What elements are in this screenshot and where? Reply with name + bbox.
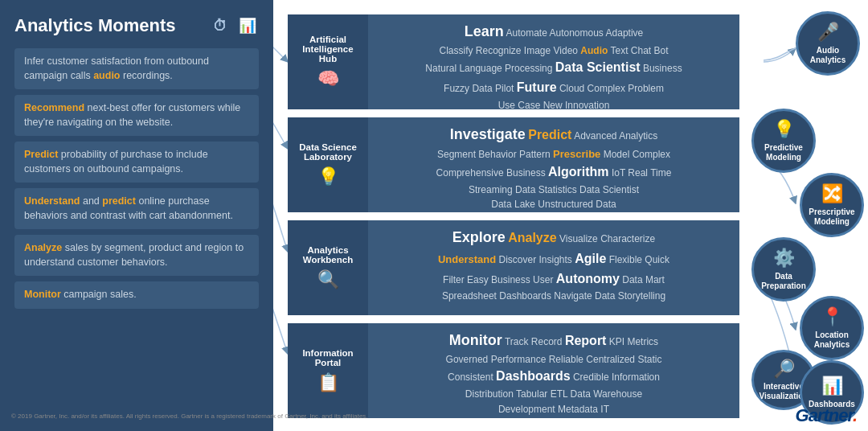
moment-item-2: Recommend next-best offer for customers … xyxy=(14,95,259,136)
moment-item-4: Understand and predict online purchase b… xyxy=(14,188,259,229)
hub-row-ip: Information Portal 📋 Monitor Track Recor… xyxy=(288,323,739,418)
hub-label-text-dsl: Data Science Laboratory xyxy=(293,142,363,162)
footer: © 2019 Gartner, Inc. and/or its affiliat… xyxy=(0,405,868,426)
hub-label-text-aw: Analytics Workbench xyxy=(293,245,363,265)
node-data-preparation: ⚙️ DataPreparation xyxy=(751,237,816,302)
moment-item-5: Analyze sales by segment, product and re… xyxy=(14,235,259,276)
moment-item-3: Predict probability of purchase to inclu… xyxy=(14,142,259,183)
hub-title-dsl: Investigate xyxy=(450,126,526,142)
hub-content-aw: Explore Analyze Visualize Characterize U… xyxy=(368,220,739,315)
hub-label-text-ai: Artificial Intelligence Hub xyxy=(293,35,363,64)
pin-icon: 📍 xyxy=(821,306,843,327)
gear-icon: ⚙️ xyxy=(773,248,795,269)
hub-title-ai: Learn xyxy=(465,23,504,39)
hub-label-ai: Artificial Intelligence Hub 🧠 xyxy=(288,14,368,109)
hub-title-aw: Explore xyxy=(452,229,506,245)
left-panel: Analytics Moments ⏱ 📊 Infer customer sat… xyxy=(0,0,273,431)
gartner-logo: Gartner. xyxy=(796,405,857,426)
chart-icon: 📊 xyxy=(236,14,259,37)
hub-title-ip: Monitor xyxy=(449,332,502,348)
node-predictive-modeling: 💡 PredictiveModeling xyxy=(751,109,816,173)
ai-icon: 🧠 xyxy=(317,68,339,89)
right-nodes: 🎤 AudioAnalytics 💡 PredictiveModeling 🔀 … xyxy=(764,0,868,431)
hub-row-aw: Analytics Workbench 🔍 Explore Analyze Vi… xyxy=(288,220,739,315)
hub-label-dsl: Data Science Laboratory 💡 xyxy=(288,117,368,212)
hub-label-ip: Information Portal 📋 xyxy=(288,323,368,418)
hub-row-ai: Artificial Intelligence Hub 🧠 Learn Auto… xyxy=(288,14,739,109)
copyright-text: © 2019 Gartner, Inc. and/or its affiliat… xyxy=(11,413,368,420)
hub-content-ai: Learn Automate Autonomous Adaptive Class… xyxy=(368,14,739,109)
node-prescriptive-modeling: 🔀 PrescriptiveModeling xyxy=(800,173,864,237)
shuffle-icon: 🔀 xyxy=(821,183,843,204)
hub-content-ip: Monitor Track Record Report KPI Metrics … xyxy=(368,323,739,418)
center-section: Artificial Intelligence Hub 🧠 Learn Auto… xyxy=(273,0,764,431)
clock-icon: ⏱ xyxy=(209,14,231,37)
aw-icon: 🔍 xyxy=(317,269,339,290)
bulb-icon: 💡 xyxy=(773,119,795,140)
moment-item-1: Infer customer satisfaction from outboun… xyxy=(14,48,259,89)
title-icons: ⏱ 📊 xyxy=(209,14,259,37)
hub-content-dsl: Investigate Predict Advanced Analytics S… xyxy=(368,117,739,212)
hub-row-dsl: Data Science Laboratory 💡 Investigate Pr… xyxy=(288,117,739,212)
node-location-analytics: 📍 LocationAnalytics xyxy=(800,296,864,360)
node-audio-analytics: 🎤 AudioAnalytics xyxy=(796,11,860,76)
dsl-icon: 💡 xyxy=(317,166,339,187)
bar-chart-icon: 📊 xyxy=(821,376,843,396)
title-text: Analytics Moments xyxy=(14,15,176,36)
search-icon: 🔎 xyxy=(773,359,795,380)
hub-label-text-ip: Information Portal xyxy=(293,348,363,367)
hub-label-aw: Analytics Workbench 🔍 xyxy=(288,220,368,315)
microphone-icon: 🎤 xyxy=(817,22,839,43)
moment-item-6: Monitor campaign sales. xyxy=(14,281,259,309)
ip-icon: 📋 xyxy=(317,372,339,393)
panel-title: Analytics Moments ⏱ 📊 xyxy=(14,14,259,37)
